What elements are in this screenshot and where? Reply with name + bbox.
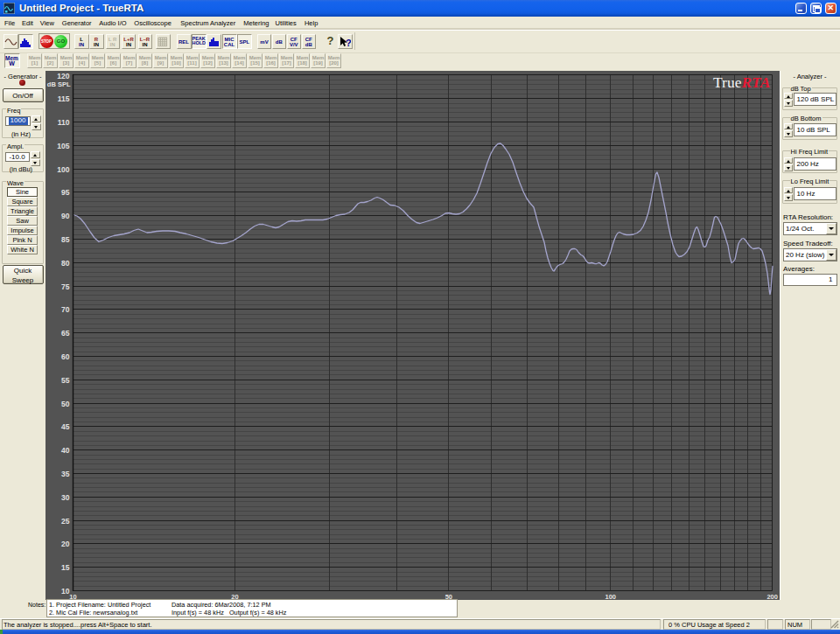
svg-text:90: 90	[61, 212, 70, 220]
svg-text:40: 40	[61, 446, 70, 455]
svg-text:TrueRTA: TrueRTA	[713, 73, 771, 91]
svg-text:100: 100	[57, 165, 69, 174]
svg-text:15: 15	[61, 563, 70, 572]
svg-text:20: 20	[61, 540, 70, 548]
svg-text:?: ?	[346, 38, 351, 48]
svg-text:110: 110	[58, 118, 70, 127]
svg-text:30: 30	[61, 493, 70, 502]
svg-text:95: 95	[61, 188, 70, 197]
svg-text:60: 60	[61, 352, 70, 361]
svg-text:75: 75	[61, 282, 70, 291]
svg-text:35: 35	[61, 470, 70, 478]
svg-text:70: 70	[61, 305, 70, 314]
svg-text:55: 55	[61, 376, 70, 385]
svg-text:85: 85	[61, 235, 70, 244]
svg-text:80: 80	[61, 259, 70, 268]
svg-text:50: 50	[61, 400, 70, 408]
svg-text:65: 65	[61, 329, 70, 338]
svg-text:25: 25	[61, 517, 70, 526]
svg-text:dB SPL: dB SPL	[47, 80, 71, 88]
svg-text:10: 10	[61, 587, 70, 596]
svg-text:120: 120	[57, 72, 69, 80]
svg-text:115: 115	[58, 94, 70, 103]
svg-text:105: 105	[57, 142, 69, 150]
svg-text:45: 45	[61, 422, 70, 431]
